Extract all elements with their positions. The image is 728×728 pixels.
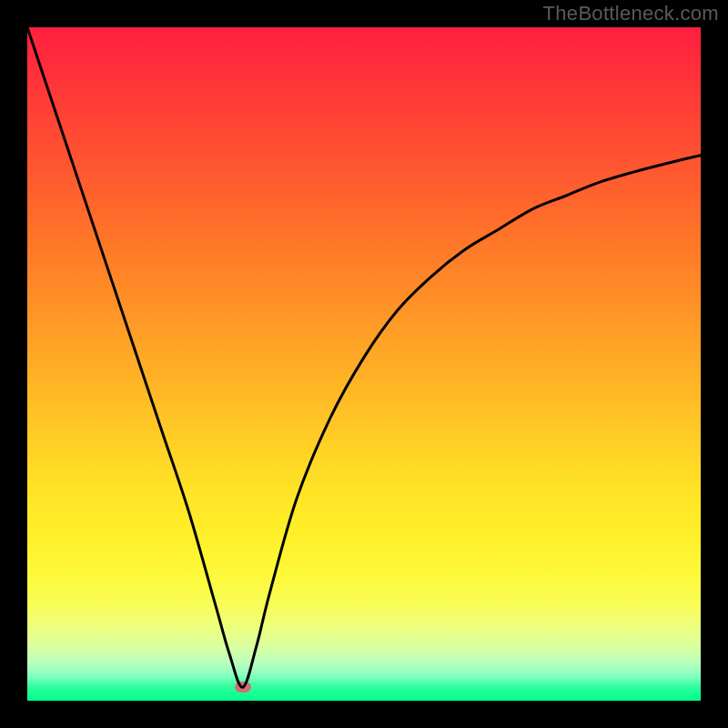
- watermark-text: TheBottleneck.com: [543, 2, 719, 25]
- bottleneck-curve-path: [27, 27, 701, 687]
- chart-frame: TheBottleneck.com: [0, 0, 728, 728]
- bottleneck-curve-svg: [27, 27, 701, 701]
- plot-area: [27, 27, 701, 701]
